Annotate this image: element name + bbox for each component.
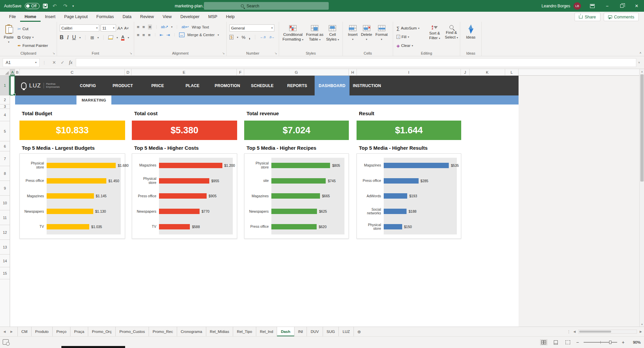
search-input[interactable]: Search xyxy=(204,2,329,10)
increase-decimal-icon[interactable]: ←.0 xyxy=(260,36,266,39)
menu-tab-view[interactable]: View xyxy=(158,12,176,22)
minimize-button[interactable]: − xyxy=(600,0,614,12)
sheet-tab-rel-m-dias[interactable]: Rel_Mídias xyxy=(206,327,233,336)
orientation-icon[interactable]: ab↗ xyxy=(161,25,168,29)
formula-input[interactable] xyxy=(76,58,636,67)
select-all-corner[interactable] xyxy=(0,69,10,75)
menu-tab-formulas[interactable]: Formulas xyxy=(92,12,118,22)
delete-cells-button[interactable]: Delete▾ xyxy=(361,24,372,49)
menu-tab-msp[interactable]: MSP xyxy=(204,12,222,22)
format-cells-button[interactable]: Format▾ xyxy=(375,24,387,49)
page-break-view-icon[interactable] xyxy=(564,339,572,345)
nav-item-dashboard[interactable]: DASHBOARD xyxy=(315,76,350,95)
menu-tab-review[interactable]: Review xyxy=(136,12,158,22)
row-header-15[interactable]: 15 xyxy=(0,267,10,279)
row-header-12[interactable]: 12 xyxy=(0,225,10,240)
column-header-j[interactable]: J xyxy=(461,69,470,75)
row-header-7[interactable]: 7 xyxy=(0,151,10,166)
underline-button[interactable]: U xyxy=(72,34,76,41)
sheet-tab-produto[interactable]: Produto xyxy=(32,327,53,336)
align-right-icon[interactable]: ≡ xyxy=(148,33,151,37)
nav-item-product[interactable]: PRODUCT xyxy=(105,76,140,95)
horizontal-scrollbar[interactable] xyxy=(578,330,637,334)
merge-center-dropdown-icon[interactable]: ▾ xyxy=(218,33,219,37)
autosum-button[interactable]: ∑AutoSum▾ xyxy=(396,24,426,32)
user-name[interactable]: Leandro Borges xyxy=(542,4,570,8)
sheet-tab-sug[interactable]: SUG xyxy=(323,327,339,336)
column-header-b[interactable]: B xyxy=(15,69,20,75)
name-box[interactable]: A1▾ xyxy=(3,58,40,67)
percent-style-icon[interactable]: % xyxy=(241,35,246,40)
sheet-tab-rel-tipo[interactable]: Rel_Tipo xyxy=(233,327,256,336)
conditional-formatting-button[interactable]: ConditionalFormatting ▾ xyxy=(282,24,303,49)
horizontal-scroll-thumb[interactable] xyxy=(579,331,611,333)
zoom-in-icon[interactable]: + xyxy=(622,340,625,345)
insert-function-icon[interactable]: fx xyxy=(69,60,72,65)
column-header-h[interactable]: H xyxy=(349,69,357,75)
share-button[interactable]: Share xyxy=(575,13,600,21)
sheet-nav-left-icon[interactable]: ◀ xyxy=(3,330,6,333)
number-format-select[interactable]: General▾ xyxy=(229,24,274,31)
wrap-text-button[interactable]: Wrap Text xyxy=(192,25,209,29)
row-header-2[interactable]: 2 xyxy=(0,95,10,105)
column-header-i[interactable]: I xyxy=(357,69,461,75)
sheet-tab-ini[interactable]: INI xyxy=(294,327,307,336)
quick-access-customize-icon[interactable]: ▾ xyxy=(72,4,74,8)
sheet-tab-promo-or[interactable]: Promo_Orç xyxy=(88,327,116,336)
zoom-level[interactable]: 90% xyxy=(629,340,641,344)
font-dialog-launcher[interactable]: ↘ xyxy=(129,52,132,55)
scroll-up-icon[interactable]: ▴ xyxy=(640,69,644,74)
number-dialog-launcher[interactable]: ↘ xyxy=(274,52,277,55)
tabbar-options-icon[interactable]: ⋮ xyxy=(567,330,571,334)
avatar[interactable]: LB xyxy=(574,2,581,10)
find-select-button[interactable]: Find &Select ▾ xyxy=(443,24,460,49)
accounting-dropdown-icon[interactable]: ▾ xyxy=(237,36,238,39)
hscroll-right-icon[interactable]: ▶ xyxy=(640,330,642,333)
merge-center-button[interactable]: Merge & Center xyxy=(187,33,215,37)
format-painter-button[interactable]: ✒Format Painter xyxy=(17,42,48,49)
menu-tab-file[interactable]: File xyxy=(5,12,20,22)
vertical-scrollbar[interactable]: ▴ ▾ xyxy=(639,69,644,327)
column-header-g[interactable]: G xyxy=(244,69,349,75)
decrease-indent-icon[interactable]: ⇤ xyxy=(160,33,163,37)
middle-align-icon[interactable]: ≡ xyxy=(143,25,145,29)
comments-button[interactable]: Comments xyxy=(604,13,639,21)
row-header-11[interactable]: 11 xyxy=(0,210,10,225)
sheet-nav-right-icon[interactable]: ▶ xyxy=(10,330,13,333)
row-header-4[interactable]: 4 xyxy=(0,109,10,121)
page-layout-view-icon[interactable] xyxy=(552,339,559,345)
zoom-slider-thumb[interactable] xyxy=(609,341,611,344)
insert-cells-button[interactable]: Insert▾ xyxy=(348,24,358,49)
row-header-9[interactable]: 9 xyxy=(0,181,10,196)
align-left-icon[interactable]: ≡ xyxy=(137,33,140,37)
comma-style-icon[interactable]: , xyxy=(249,34,250,40)
nav-item-schedule[interactable]: SCHEDULE xyxy=(245,76,280,95)
nav-item-reports[interactable]: REPORTS xyxy=(280,76,315,95)
top-align-icon[interactable]: ≡ xyxy=(137,25,140,29)
ribbon-display-options-icon[interactable] xyxy=(585,0,600,12)
row-header-3[interactable]: 3 xyxy=(0,105,10,109)
decrease-font-size-button[interactable]: A˅ xyxy=(124,24,129,32)
sheet-tab-dash[interactable]: Dash xyxy=(277,327,294,336)
column-header-a[interactable]: A xyxy=(10,69,15,75)
nav-item-instruction[interactable]: INSTRUCTION xyxy=(350,76,384,95)
sheet-tab-promo-rec[interactable]: Promo_Rec xyxy=(149,327,177,336)
menu-tab-home[interactable]: Home xyxy=(20,12,41,22)
selected-cell-a1[interactable] xyxy=(10,76,15,95)
column-header-f[interactable]: F xyxy=(237,69,244,75)
row-header-1[interactable]: 1 xyxy=(0,76,10,95)
name-box-splitter[interactable]: ⋮ xyxy=(40,60,49,65)
center-icon[interactable]: ≡ xyxy=(143,33,145,37)
marketing-section-tab[interactable]: MARKETING xyxy=(76,95,111,105)
font-family-select[interactable]: Calibri▾ xyxy=(60,24,99,31)
normal-view-icon[interactable] xyxy=(540,339,547,345)
menu-tab-insert[interactable]: Insert xyxy=(41,12,60,22)
new-sheet-button[interactable]: ⊕ xyxy=(354,327,364,336)
row-header-8[interactable]: 8 xyxy=(0,166,10,181)
nav-item-price[interactable]: PRICE xyxy=(140,76,175,95)
increase-indent-icon[interactable]: ⇥ xyxy=(166,33,170,37)
row-header-13[interactable]: 13 xyxy=(0,240,10,255)
sheet-tab-pra-a[interactable]: Praça xyxy=(70,327,88,336)
nav-item-config[interactable]: CONFIG xyxy=(70,76,105,95)
font-color-icon[interactable]: A xyxy=(121,35,124,41)
